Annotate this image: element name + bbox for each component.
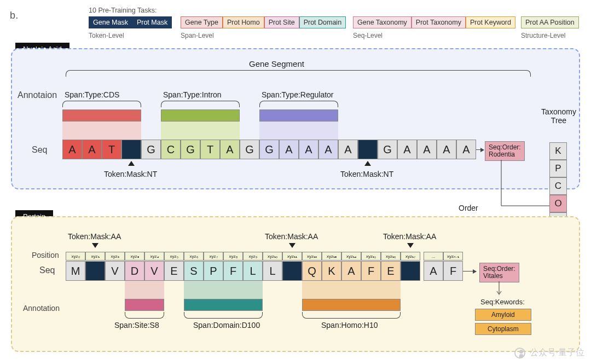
watermark-text: 公众号·量子位 (530, 347, 584, 359)
legend-level: Token-Level (89, 32, 124, 39)
aa-position: xyz₁₅ (361, 252, 381, 261)
aa-position: xyz₁₆ (381, 252, 401, 261)
taxonomy-title: Taxonomy Tree (539, 107, 578, 125)
legend-chip: Prot Keyword (466, 16, 515, 28)
taxonomy-connector (485, 160, 556, 215)
aa-box (282, 261, 302, 281)
wechat-icon (514, 348, 525, 359)
nucleotide-box: A (397, 140, 417, 159)
taxonomy-level: K (549, 142, 567, 160)
nucleotide-box: T (200, 140, 220, 159)
nucleotide-box: C (161, 140, 181, 159)
span-shade (259, 122, 338, 140)
nucleotide-box: G (378, 140, 397, 159)
aa-position: xyz₁₇ (401, 252, 420, 261)
legend-chip: Prot AA Position (521, 16, 579, 28)
span-label: Span:Type:CDS (65, 90, 119, 99)
panel-letter: b. (10, 10, 18, 21)
span-bar (184, 299, 263, 311)
aa-box: P (204, 261, 223, 281)
aa-position: xyz₆ (184, 252, 204, 261)
nucleotide-box: G (181, 140, 200, 159)
aa-box (85, 261, 105, 281)
protein-seq-row: MVDVESPFLLQKAFEAF (66, 261, 463, 281)
aa-position: xyz₅ (164, 252, 184, 261)
nucleotide-box: G (240, 140, 259, 159)
legend-chip: Prot Domain (299, 16, 346, 28)
span-brace (184, 312, 263, 319)
aa-box: S (184, 261, 204, 281)
aa-box: V (144, 261, 164, 281)
nucleotide-box: A (62, 140, 82, 159)
legend-title: 10 Pre-Training Tasks: (89, 7, 157, 14)
legend-group: Gene TaxonomyProt TaxonomyProt Keyword (353, 16, 515, 28)
protein-seq-order-label: Seq:Order: (483, 265, 515, 273)
legend-chip: Prot Mask (132, 16, 172, 28)
nucleic-seq-order-label: Seq:Order: (489, 143, 521, 151)
span-brace (302, 312, 401, 319)
aa-position: xyz₁₂ (302, 252, 322, 261)
aa-box (401, 261, 420, 281)
span-shade (125, 281, 164, 299)
protein-seq-order-value: Vitales (483, 272, 503, 280)
legend-level: Seq-Level (353, 32, 383, 39)
span-bar (302, 299, 401, 311)
span-label: Span:Type:Regulator (262, 90, 334, 99)
nucleotide-box: A (318, 140, 338, 159)
arrow-up-icon (364, 161, 371, 166)
mask-label: Token:Mask:AA (68, 232, 121, 241)
order-label: Order (459, 204, 478, 212)
aa-box: M (66, 261, 85, 281)
nucleotide-box: A (82, 140, 102, 159)
arrow-up-icon (128, 161, 135, 166)
nucleotide-box: T (102, 140, 121, 159)
aa-position: xyz₁₃ (322, 252, 341, 261)
aa-box: A (341, 261, 361, 281)
nucleotide-box: A (338, 140, 358, 159)
keyword-item: Cytoplasm (475, 323, 531, 335)
aa-position: xyzₙ₋₁ (443, 252, 463, 261)
aa-box: Q (302, 261, 322, 281)
aa-position: xyz₄ (144, 252, 164, 261)
arrow-right-icon (476, 149, 484, 150)
aa-position: xyz₃ (125, 252, 144, 261)
nucleotide-box (121, 140, 141, 159)
aa-position: xyz₁₄ (341, 252, 361, 261)
keywords-label: Seq:Kewords: (480, 298, 525, 306)
legend-chip: Gene Type (181, 16, 223, 28)
nucleotide-box: A (437, 140, 456, 159)
nucleic-seq-row: AATGCGTAGGAAAAGAAAA (62, 140, 476, 159)
legend-chip: Prot Site (264, 16, 299, 28)
nucleotide-box: G (259, 140, 279, 159)
nucleotide-box: A (299, 140, 318, 159)
span-shade (62, 122, 141, 140)
watermark: 公众号·量子位 (514, 347, 584, 359)
arrow-down-icon (407, 243, 414, 248)
protein-position-label: Position (32, 251, 59, 259)
aa-box: F (443, 261, 463, 281)
span-label: Span:Type:Intron (163, 90, 222, 99)
span-label: Span:Site:S8 (114, 321, 159, 330)
legend-chip: Gene Mask (89, 16, 132, 28)
aa-position: xyz₁₁ (282, 252, 302, 261)
gene-segment-brace (66, 70, 531, 77)
aa-box: V (105, 261, 125, 281)
arrow-right-icon (463, 271, 476, 271)
span-brace (259, 101, 338, 107)
mask-label: Token:Mask:NT (104, 170, 157, 178)
aa-box: E (164, 261, 184, 281)
aa-position: xyz₉ (243, 252, 263, 261)
aa-box: E (381, 261, 401, 281)
span-bar (125, 299, 164, 311)
aa-position: xyz₁₀ (263, 252, 282, 261)
nucleotide-box: G (141, 140, 161, 159)
aa-position: xyz₂ (105, 252, 125, 261)
span-brace (62, 101, 141, 107)
aa-box: F (223, 261, 243, 281)
mask-label: Token:Mask:NT (340, 170, 393, 178)
protein-seq-label: Seq (39, 265, 55, 275)
legend-chip: Gene Taxonomy (353, 16, 412, 28)
span-brace (125, 312, 164, 319)
aa-box: K (322, 261, 341, 281)
legend-group: Gene MaskProt Mask (89, 16, 172, 28)
